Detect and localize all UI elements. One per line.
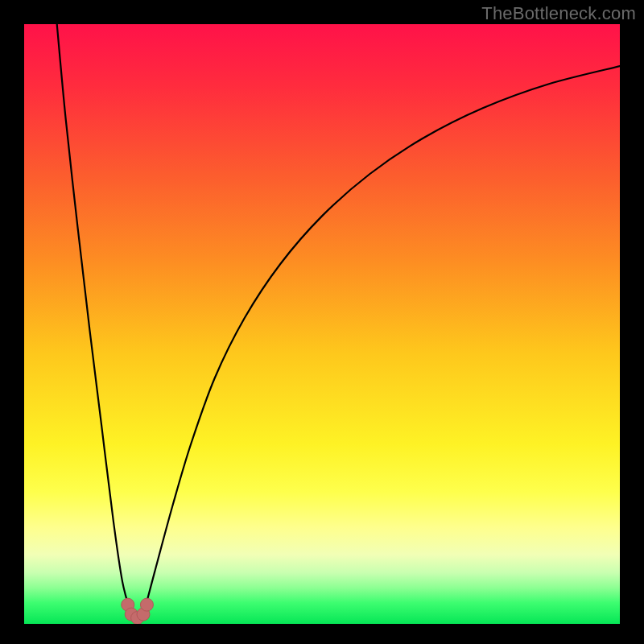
plot-area xyxy=(24,24,620,624)
chart-frame: TheBottleneck.com xyxy=(0,0,644,644)
attribution-text: TheBottleneck.com xyxy=(481,3,636,24)
gradient-background xyxy=(24,24,620,624)
marker-point xyxy=(140,598,153,611)
chart-svg xyxy=(24,24,620,624)
